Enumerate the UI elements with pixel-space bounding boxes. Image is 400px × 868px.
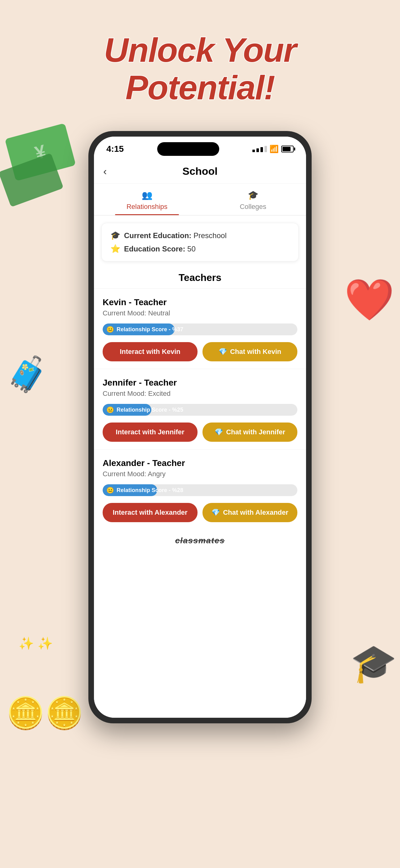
teachers-heading: Teachers <box>94 269 306 288</box>
interact-jennifer-button[interactable]: Interact with Jennifer <box>103 423 198 442</box>
relationship-progress-jennifer: 😐 Relationship Score - %25 <box>103 404 297 416</box>
chat-kevin-button[interactable]: 💎 Chat with Kevin <box>202 342 297 361</box>
education-icon: 🎓 <box>110 231 120 240</box>
progress-label-kevin: Relationship Score - %37 <box>116 326 183 333</box>
chat-jennifer-button[interactable]: 💎 Chat with Jennifer <box>202 423 297 442</box>
star-icon: ⭐ <box>110 244 120 254</box>
relationship-progress-alexander: 😐 Relationship Score - %28 <box>103 484 297 496</box>
status-bar: 4:15 📶 <box>94 136 306 159</box>
progress-emoji-kevin: 😐 <box>106 326 114 333</box>
relationship-progress-kevin: 😐 Relationship Score - %37 <box>103 323 297 335</box>
action-buttons-kevin: Interact with Kevin 💎 Chat with Kevin <box>103 342 297 361</box>
progress-label-alexander: Relationship Score - %28 <box>116 487 183 494</box>
app-content: ‹ School 👥 Relationships 🎓 Colleges <box>94 159 306 718</box>
progress-fill-alexander: 😐 Relationship Score - %28 <box>103 484 157 496</box>
page-title: School <box>182 165 218 177</box>
relationships-icon: 👥 <box>142 190 153 200</box>
bg-briefcase-decoration: 🧳 <box>6 357 53 397</box>
diamond-icon-kevin: 💎 <box>219 348 227 356</box>
colleges-icon: 🎓 <box>248 190 259 200</box>
phone-inner-screen: 4:15 📶 <box>94 136 306 718</box>
progress-label-jennifer: Relationship Score - %25 <box>116 407 183 413</box>
status-time: 4:15 <box>106 144 124 154</box>
back-button[interactable]: ‹ <box>103 165 107 177</box>
bottom-watermark: classmates <box>94 530 306 552</box>
education-score-text: Education Score: 50 <box>124 245 196 253</box>
bg-stars-decoration: ✨ ✨ <box>19 636 53 651</box>
current-education-text: Current Education: Preschool <box>124 231 227 240</box>
teacher-name-jennifer: Jennifer - Teacher <box>103 378 297 388</box>
diamond-icon-jennifer: 💎 <box>214 428 223 436</box>
tab-colleges-label: Colleges <box>240 203 266 211</box>
app-header: ‹ School <box>94 159 306 184</box>
current-education-row: 🎓 Current Education: Preschool <box>110 231 290 240</box>
battery-icon <box>281 146 294 152</box>
teacher-name-kevin: Kevin - Teacher <box>103 298 297 307</box>
bg-coins-decoration: 🪙🪙 <box>6 697 84 728</box>
interact-kevin-button[interactable]: Interact with Kevin <box>103 342 198 361</box>
phone-outer-frame: 4:15 📶 <box>88 131 312 723</box>
status-icons: 📶 <box>253 145 294 153</box>
action-buttons-jennifer: Interact with Jennifer 💎 Chat with Jenni… <box>103 423 297 442</box>
progress-fill-jennifer: 😐 Relationship Score - %25 <box>103 404 151 416</box>
teacher-mood-kevin: Current Mood: Neutral <box>103 309 297 317</box>
action-buttons-alexander: Interact with Alexander 💎 Chat with Alex… <box>103 503 297 522</box>
progress-emoji-jennifer: 😐 <box>106 406 114 413</box>
tab-relationships[interactable]: 👥 Relationships <box>94 184 200 215</box>
wifi-icon: 📶 <box>269 145 279 153</box>
diamond-icon-alexander: 💎 <box>211 508 220 517</box>
tabs-container: 👥 Relationships 🎓 Colleges <box>94 184 306 215</box>
main-title-line2: Potential! <box>125 68 274 106</box>
tab-relationships-label: Relationships <box>127 203 167 211</box>
teacher-card-jennifer: Jennifer - Teacher Current Mood: Excited… <box>94 369 306 449</box>
bg-heart-decoration: ❤️ <box>344 279 394 326</box>
tab-colleges[interactable]: 🎓 Colleges <box>200 184 306 215</box>
teacher-mood-alexander: Current Mood: Angry <box>103 470 297 478</box>
progress-emoji-alexander: 😐 <box>106 487 114 494</box>
teacher-card-kevin: Kevin - Teacher Current Mood: Neutral 😐 … <box>94 288 306 369</box>
interact-alexander-button[interactable]: Interact with Alexander <box>103 503 198 522</box>
chat-alexander-button[interactable]: 💎 Chat with Alexander <box>202 503 297 522</box>
teacher-mood-jennifer: Current Mood: Excited <box>103 390 297 398</box>
teacher-name-alexander: Alexander - Teacher <box>103 458 297 468</box>
phone-mockup: 4:15 📶 <box>88 131 312 723</box>
bg-graduation-decoration: 🎓 <box>351 645 397 682</box>
signal-icon <box>253 146 267 152</box>
progress-fill-kevin: 😐 Relationship Score - %37 <box>103 323 174 335</box>
teacher-card-alexander: Alexander - Teacher Current Mood: Angry … <box>94 449 306 530</box>
education-info-card: 🎓 Current Education: Preschool ⭐ Educati… <box>101 223 299 261</box>
main-title: Unlock Your Potential! <box>85 31 315 106</box>
education-score-row: ⭐ Education Score: 50 <box>110 244 290 254</box>
status-notch <box>157 142 219 156</box>
main-title-line1: Unlock Your <box>104 31 296 69</box>
